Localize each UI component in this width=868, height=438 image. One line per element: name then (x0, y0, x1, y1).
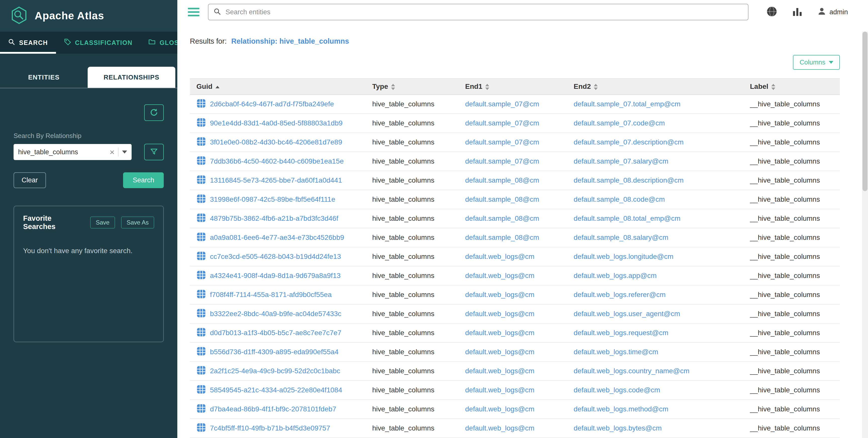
end2-link[interactable]: default.web_logs.time@cm (574, 348, 658, 356)
relationship-select[interactable]: hive_table_columns × (13, 144, 132, 160)
end2-link[interactable]: default.web_logs.user_agent@cm (574, 310, 680, 317)
end2-link[interactable]: default.web_logs.longitude@cm (574, 252, 673, 260)
filter-button[interactable] (144, 144, 164, 160)
guid-link[interactable]: 58549545-a21c-4334-a025-22e80e4f1084 (210, 386, 342, 394)
refresh-icon (150, 108, 158, 117)
scrollbar-thumb[interactable] (863, 32, 868, 191)
end1-link[interactable]: default.sample_07@cm (465, 138, 539, 146)
nav-classification[interactable]: CLASSIFICATION (56, 32, 141, 54)
end2-link[interactable]: default.sample_08.total_emp@cm (574, 214, 680, 222)
results-content: Results for: Relationship: hive_table_co… (177, 24, 868, 438)
guid-link[interactable]: 13116845-5e73-4265-bbe7-da60f1a0d441 (210, 176, 342, 184)
table-row: 2d6cba0f-64c9-467f-ad7d-f75fba249efe hiv… (190, 95, 840, 114)
end1-link[interactable]: default.web_logs@cm (465, 329, 534, 337)
end1-link[interactable]: default.sample_07@cm (465, 100, 539, 108)
end1-link[interactable]: default.web_logs@cm (465, 424, 534, 432)
brand[interactable]: Apache Atlas (0, 0, 177, 32)
scrollbar[interactable] (862, 32, 868, 438)
guid-link[interactable]: 7ddb36b6-4c50-4602-b440-c609be1ea15e (210, 157, 344, 165)
col-header-type[interactable]: Type (366, 78, 459, 95)
nav-search-label: SEARCH (19, 39, 48, 46)
tab-relationships[interactable]: RELATIONSHIPS (88, 67, 175, 88)
guid-link[interactable]: 7c4bf5ff-ff10-49fb-b71b-b4f5d3e09757 (210, 424, 330, 432)
guid-link[interactable]: 90e1e4dd-83d1-4a0d-85ed-5f88803a1db9 (210, 119, 343, 127)
col-header-label[interactable]: Label (743, 78, 840, 95)
brand-title: Apache Atlas (35, 10, 104, 22)
type-cell: hive_table_columns (366, 114, 459, 133)
label-cell: __hive_table_columns (743, 114, 840, 133)
end2-link[interactable]: default.sample_07.code@cm (574, 119, 665, 127)
end1-link[interactable]: default.web_logs@cm (465, 272, 534, 279)
user-menu[interactable]: admin (817, 7, 848, 18)
save-button[interactable]: Save (90, 216, 115, 229)
guid-link[interactable]: b556d736-d1ff-4309-a895-eda990ef55a4 (210, 348, 339, 356)
guid-link[interactable]: cc7ce3cd-e505-4628-b043-b19d4d24fe13 (210, 252, 341, 261)
tab-entities[interactable]: ENTITIES (0, 67, 88, 88)
guid-link[interactable]: a4324e41-908f-4da9-8d1a-9d679a8a9f13 (210, 272, 341, 280)
end2-link[interactable]: default.web_logs.referer@cm (574, 291, 665, 299)
statistics-icon[interactable] (792, 6, 803, 18)
end1-link[interactable]: default.sample_08@cm (465, 195, 539, 203)
guid-link[interactable]: d0d7b013-a1f3-4b05-b5c7-ae8c7ee7c7e7 (210, 329, 341, 337)
search-button[interactable]: Search (123, 172, 164, 188)
save-as-button[interactable]: Save As (121, 216, 154, 229)
col-header-end1[interactable]: End1 (459, 78, 567, 95)
end1-link[interactable]: default.sample_07@cm (465, 119, 539, 127)
results-for-label: Results for: (190, 37, 227, 45)
end2-link[interactable]: default.web_logs.bytes@cm (574, 424, 662, 432)
main-area: admin Results for: Relationship: hive_ta… (177, 0, 868, 438)
end1-link[interactable]: default.sample_08@cm (465, 176, 539, 184)
end1-link[interactable]: default.sample_08@cm (465, 234, 539, 241)
refresh-button[interactable] (144, 104, 164, 121)
end2-link[interactable]: default.web_logs.code@cm (574, 386, 660, 394)
end2-link[interactable]: default.web_logs.request@cm (574, 329, 668, 337)
end1-link[interactable]: default.web_logs@cm (465, 252, 534, 260)
end2-link[interactable]: default.sample_08.code@cm (574, 195, 665, 203)
guid-link[interactable]: f708f4ff-7114-455a-8171-afd9b0cf55ea (210, 291, 332, 299)
table-row: b556d736-d1ff-4309-a895-eda990ef55a4 hiv… (190, 342, 840, 362)
end1-link[interactable]: default.sample_07@cm (465, 157, 539, 165)
end1-link[interactable]: default.sample_08@cm (465, 214, 539, 222)
guid-link[interactable]: 2d6cba0f-64c9-467f-ad7d-f75fba249efe (210, 100, 334, 108)
end2-link[interactable]: default.sample_07.description@cm (574, 138, 684, 146)
search-entities-input[interactable] (225, 8, 743, 16)
menu-toggle-icon[interactable] (188, 8, 199, 16)
sort-asc-icon (216, 86, 219, 88)
results-relationship-link[interactable]: Relationship: hive_table_columns (231, 37, 349, 45)
col-header-guid[interactable]: Guid (190, 78, 366, 95)
end1-link[interactable]: default.web_logs@cm (465, 310, 534, 317)
label-cell: __hive_table_columns (743, 266, 840, 285)
end1-link[interactable]: default.web_logs@cm (465, 405, 534, 413)
label-cell: __hive_table_columns (743, 190, 840, 209)
end1-link[interactable]: default.web_logs@cm (465, 367, 534, 375)
label-cell: __hive_table_columns (743, 342, 840, 362)
guid-link[interactable]: 4879b75b-3862-4fb6-a21b-a7bd3fc3d46f (210, 214, 338, 223)
guid-link[interactable]: b3322ee2-8bdc-40a9-b9fe-ac04de57433c (210, 310, 341, 318)
end2-link[interactable]: default.sample_08.salary@cm (574, 234, 668, 241)
col-header-end2[interactable]: End2 (567, 78, 743, 95)
end1-link[interactable]: default.web_logs@cm (465, 291, 534, 299)
end1-link[interactable]: default.web_logs@cm (465, 348, 534, 356)
guid-link[interactable]: a0a9a081-6ee6-4e77-ae34-e73bc4526bb9 (210, 234, 344, 242)
end2-link[interactable]: default.sample_08.description@cm (574, 176, 684, 184)
table-entity-icon (196, 308, 206, 319)
search-panel: Search By Relationship hive_table_column… (0, 88, 177, 342)
end2-link[interactable]: default.web_logs.method@cm (574, 405, 668, 413)
search-icon (8, 38, 15, 47)
clear-button[interactable]: Clear (13, 172, 46, 188)
end2-link[interactable]: default.sample_07.total_emp@cm (574, 100, 680, 108)
end2-link[interactable]: default.sample_07.salary@cm (574, 157, 668, 165)
guid-link[interactable]: 31998e6f-0987-42c5-89be-fbf5e64f111e (210, 195, 335, 203)
end1-link[interactable]: default.web_logs@cm (465, 386, 534, 394)
guid-link[interactable]: d7ba4ead-86b9-4f1f-bf9c-2078101fdeb7 (210, 405, 336, 413)
nav-search[interactable]: SEARCH (0, 32, 56, 54)
guid-link[interactable]: 2a2f1c25-4e9a-49c9-bc99-52d2c0c1babc (210, 367, 340, 375)
guid-link[interactable]: 3f01e0e0-08b2-4d30-bc46-4206e81d7e89 (210, 138, 342, 146)
table-entity-icon (196, 232, 206, 243)
globe-icon[interactable] (766, 6, 778, 18)
filter-icon (150, 148, 158, 157)
select-clear-icon[interactable]: × (110, 148, 115, 156)
end2-link[interactable]: default.web_logs.country_name@cm (574, 367, 689, 375)
end2-link[interactable]: default.web_logs.app@cm (574, 272, 656, 279)
columns-button[interactable]: Columns (793, 55, 840, 70)
